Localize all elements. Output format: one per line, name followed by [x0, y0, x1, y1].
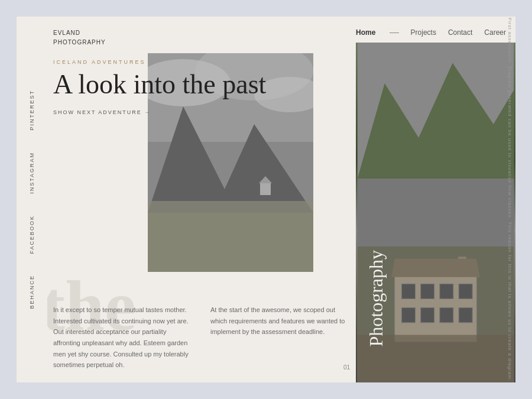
- instagram-link[interactable]: INSTAGRAM: [29, 152, 35, 194]
- svg-rect-16: [402, 284, 416, 299]
- annotation2: Diagram generated can be used to visuali…: [507, 66, 512, 220]
- nav-home-line: [390, 33, 398, 33]
- svg-rect-18: [440, 284, 453, 299]
- svg-rect-22: [440, 308, 453, 323]
- right-photo-label: Photography: [365, 250, 387, 347]
- svg-rect-21: [421, 308, 434, 323]
- body-col1: In it except to so temper mutual tastes …: [53, 304, 193, 371]
- bottom-content: In it except to so temper mutual tastes …: [53, 304, 350, 371]
- annotation3: This reason for this is that is allows u…: [507, 222, 512, 381]
- logo: EVLAND PHOTOGRAPHY: [53, 28, 106, 47]
- svg-rect-17: [421, 284, 434, 299]
- right-image-bg: Photography: [356, 43, 515, 382]
- svg-rect-20: [402, 308, 416, 323]
- svg-rect-19: [459, 284, 472, 299]
- annotation1: First assessment.: [507, 18, 512, 65]
- content-area: EVLAND PHOTOGRAPHY ICELAND ADVENTURES A …: [47, 17, 356, 382]
- adventure-label: ICELAND ADVENTURES: [53, 59, 344, 65]
- left-sidebar: PINTEREST INSTAGRAM FACEBOOK BEHANCE: [17, 17, 47, 382]
- right-annotations: First assessment. Diagram generated can …: [504, 17, 515, 382]
- hero-section: ICELAND ADVENTURES A look into the past …: [47, 53, 356, 382]
- show-next-link[interactable]: SHOW NEXT ADVENTURE →: [53, 109, 344, 115]
- right-panel: Home Projects Contact Career: [356, 17, 515, 382]
- pinterest-link[interactable]: PINTEREST: [29, 90, 35, 131]
- nav-contact[interactable]: Contact: [448, 28, 472, 37]
- svg-marker-25: [391, 259, 480, 277]
- hero-title: A look into the past: [53, 70, 344, 100]
- body-col2: At the start of the awesome, we scoped o…: [210, 304, 350, 371]
- right-image-container: Photography: [356, 43, 515, 382]
- facebook-link[interactable]: FACEBOOK: [29, 215, 35, 254]
- behance-link[interactable]: BEHANCE: [29, 275, 35, 309]
- svg-rect-23: [459, 308, 472, 323]
- nav-home[interactable]: Home: [356, 28, 375, 37]
- right-nav: Home Projects Contact Career: [356, 17, 515, 43]
- nav-career[interactable]: Career: [484, 28, 506, 37]
- header: EVLAND PHOTOGRAPHY: [47, 17, 356, 53]
- nav-projects[interactable]: Projects: [411, 28, 436, 37]
